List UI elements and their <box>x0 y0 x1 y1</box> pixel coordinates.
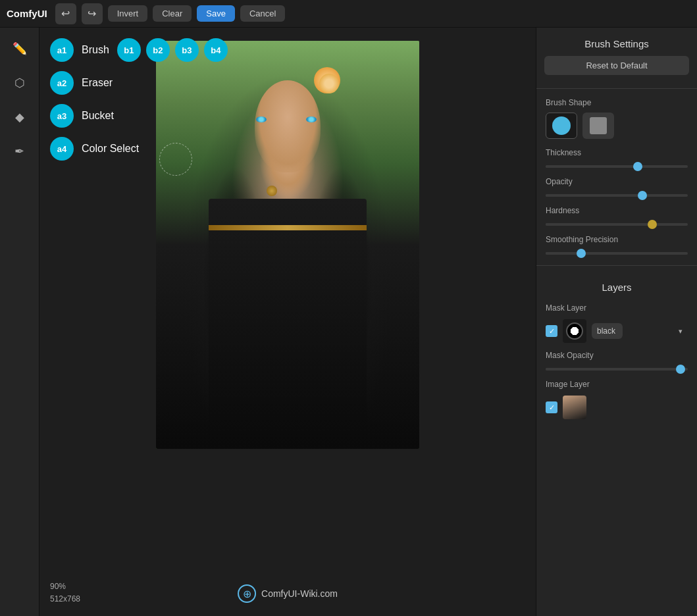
opacity-fill <box>546 194 642 197</box>
brush-tool-row: a1 Brush b1 b2 b3 b4 <box>50 38 228 62</box>
mask-opacity-track[interactable] <box>546 368 688 371</box>
bucket-tool-icon[interactable]: ◆ <box>9 107 30 128</box>
thickness-track[interactable] <box>546 165 688 168</box>
thickness-thumb[interactable] <box>633 162 642 171</box>
cancel-button[interactable]: Cancel <box>240 5 285 22</box>
bucket-tool-row: a3 Bucket <box>50 104 228 128</box>
smoothing-label: Smoothing Precision <box>536 231 697 247</box>
hardness-slider-row <box>536 218 697 231</box>
circle-shape-option[interactable] <box>546 113 577 139</box>
circle-shape-icon <box>552 116 571 135</box>
brush-b4[interactable]: b4 <box>204 38 228 62</box>
watermark-text: ComfyUI-Wiki.com <box>261 588 338 599</box>
color-select-badge[interactable]: a4 <box>50 137 74 161</box>
image-layer-checkbox[interactable] <box>546 401 557 413</box>
hardness-track[interactable] <box>546 223 688 226</box>
color-select-tool-row: a4 Color Select <box>50 137 228 161</box>
divider-1 <box>536 88 697 89</box>
mask-color-dropdown-wrap: black white red green <box>592 323 688 339</box>
mask-thumb-icon <box>566 322 583 340</box>
brush-settings-title: Brush Settings <box>536 28 697 56</box>
left-toolbar: ✏️ ⬡ ◆ ✒ <box>0 28 39 616</box>
zoom-info: 90% 512x768 <box>50 580 80 605</box>
hardness-thumb[interactable] <box>648 220 657 229</box>
right-panel: Brush Settings Reset to Default Brush Sh… <box>536 28 697 616</box>
color-select-label: Color Select <box>82 143 139 155</box>
mask-color-dropdown[interactable]: black white red green <box>592 323 623 339</box>
thickness-slider-row <box>536 160 697 173</box>
hardness-label: Hardness <box>536 202 697 218</box>
brush-b2[interactable]: b2 <box>146 38 170 62</box>
bucket-label: Bucket <box>82 110 114 122</box>
brush-b3[interactable]: b3 <box>175 38 199 62</box>
mask-layer-thumb <box>563 319 586 343</box>
zoom-level: 90% <box>50 580 80 593</box>
undo-button[interactable]: ↩ <box>55 3 76 24</box>
main-layout: ✏️ ⬡ ◆ ✒ a1 Brush b1 b2 b3 b4 a2 Eraser <box>0 28 697 616</box>
smoothing-track[interactable] <box>546 252 688 255</box>
eraser-tool-icon[interactable]: ⬡ <box>9 72 30 93</box>
mask-opacity-thumb[interactable] <box>676 365 685 374</box>
thickness-label: Thickness <box>536 144 697 160</box>
bucket-badge[interactable]: a3 <box>50 104 74 128</box>
thickness-fill <box>546 165 638 168</box>
layers-title: Layers <box>536 271 697 299</box>
smoothing-fill <box>546 252 581 255</box>
opacity-thumb[interactable] <box>638 191 647 200</box>
brush-badge[interactable]: a1 <box>50 38 74 62</box>
mask-opacity-slider-row <box>536 363 697 376</box>
brush-label: Brush <box>82 44 109 56</box>
eraser-badge[interactable]: a2 <box>50 71 74 95</box>
mask-layer-checkbox[interactable] <box>546 325 557 337</box>
brush-shape-label: Brush Shape <box>536 94 697 110</box>
topbar: ComfyUI ↩ ↪ Invert Clear Save Cancel <box>0 0 697 28</box>
eraser-label: Eraser <box>82 77 113 89</box>
square-shape-option[interactable] <box>582 113 614 139</box>
smoothing-thumb[interactable] <box>577 249 586 258</box>
mask-layer-label: Mask Layer <box>536 299 697 315</box>
brush-shape-options <box>536 110 697 144</box>
redo-button[interactable]: ↪ <box>82 3 103 24</box>
mask-layer-row: black white red green <box>536 315 697 347</box>
tool-panel: a1 Brush b1 b2 b3 b4 a2 Eraser a3 Bucket <box>50 38 228 161</box>
save-button[interactable]: Save <box>197 5 235 22</box>
brush-tool-icon[interactable]: ✏️ <box>9 38 30 59</box>
image-thumb-icon <box>563 396 586 419</box>
watermark: ⊕ ComfyUI-Wiki.com <box>238 584 338 603</box>
clear-button[interactable]: Clear <box>153 5 192 22</box>
opacity-label: Opacity <box>536 173 697 189</box>
square-shape-icon <box>590 117 607 134</box>
image-layer-row <box>536 392 697 423</box>
invert-button[interactable]: Invert <box>108 5 148 22</box>
app-title: ComfyUI <box>7 8 47 19</box>
opacity-track[interactable] <box>546 194 688 197</box>
canvas-size: 512x768 <box>50 593 80 605</box>
image-layer-label: Image Layer <box>536 376 697 392</box>
opacity-slider-row <box>536 189 697 202</box>
eraser-tool-row: a2 Eraser <box>50 71 228 95</box>
brush-sub-badges: b1 b2 b3 b4 <box>117 38 228 62</box>
divider-2 <box>536 265 697 266</box>
mask-opacity-fill <box>546 368 681 371</box>
reset-to-default-button[interactable]: Reset to Default <box>544 56 689 75</box>
brush-b1[interactable]: b1 <box>117 38 141 62</box>
image-layer-thumb <box>563 396 586 419</box>
hardness-fill <box>546 223 652 226</box>
color-select-tool-icon[interactable]: ✒ <box>9 141 30 162</box>
smoothing-slider-row <box>536 247 697 260</box>
watermark-icon: ⊕ <box>238 584 256 603</box>
mask-opacity-label: Mask Opacity <box>536 347 697 363</box>
canvas-area[interactable]: a1 Brush b1 b2 b3 b4 a2 Eraser a3 Bucket <box>39 28 536 616</box>
